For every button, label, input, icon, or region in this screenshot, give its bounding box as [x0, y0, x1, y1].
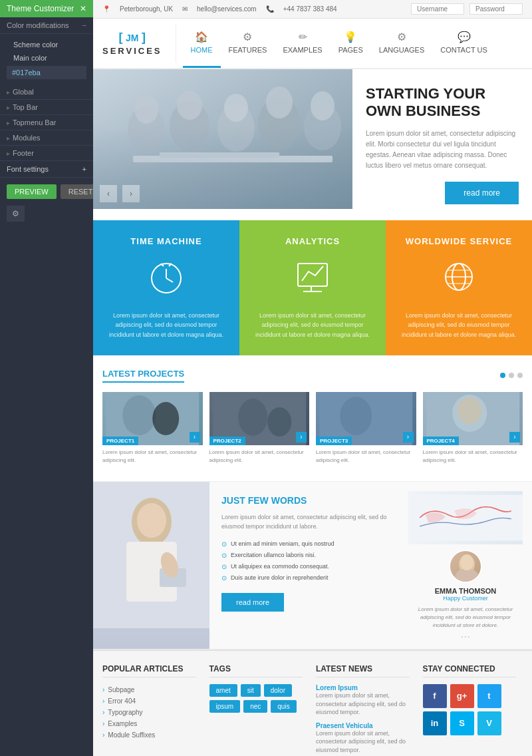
preview-button[interactable]: PREVIEW — [7, 184, 57, 199]
tag-0[interactable]: amet — [209, 684, 237, 697]
feature-title-0: TIME MACHINE — [104, 236, 229, 246]
footer-link-1[interactable]: Error 404 — [102, 695, 196, 707]
gear-button[interactable]: ⚙ — [7, 206, 25, 222]
top-bar-right — [411, 3, 523, 15]
tag-5[interactable]: quis — [271, 700, 296, 713]
nav-item-languages[interactable]: ⚙ LANGUAGES — [371, 19, 432, 68]
news-item-0: Lorem Ipsum Lorem ipsum dolor sit amet, … — [316, 684, 410, 717]
logo: [ JM ] SERVICES — [102, 24, 176, 63]
feature-box-analytics: ANALYTICS Lorem ipsum dolor sit amet, co… — [239, 220, 386, 355]
hero-prev-button[interactable]: ‹ — [100, 185, 117, 202]
nav-item-pages[interactable]: 💡 PAGES — [331, 19, 371, 68]
font-settings-section[interactable]: Font settings + — [0, 161, 93, 178]
sidebar-item-footer[interactable]: Footer — [0, 146, 93, 161]
words-content: JUST FEW WORDS Lorem ipsum dolor sit ame… — [209, 482, 399, 649]
footer-link-3[interactable]: Examples — [102, 718, 196, 729]
main-color-input[interactable] — [7, 66, 86, 79]
project-label-2: PROJECT2 — [209, 437, 245, 445]
sidebar-item-topmenu[interactable]: Topmenu Bar — [0, 115, 93, 130]
words-image — [93, 482, 209, 649]
tag-2[interactable]: dolor — [264, 684, 292, 697]
svg-point-2 — [134, 94, 158, 124]
username-input[interactable] — [411, 3, 464, 15]
svg-point-6 — [224, 94, 248, 122]
sidebar-item-topbar[interactable]: Top Bar — [0, 100, 93, 115]
top-bar: 📍 Peterborough, UK ✉ hello@services.com … — [93, 0, 532, 19]
tag-1[interactable]: sit — [241, 684, 261, 697]
color-modifications-section[interactable]: Color modifications − — [0, 17, 93, 34]
svg-point-8 — [266, 87, 293, 118]
googleplus-button[interactable]: g+ — [450, 684, 474, 708]
words-list-item-0: Ut enim ad minim veniam, quis nostrud — [221, 538, 387, 550]
feature-body-2: Lorem ipsum dolor sit amet, consectetur … — [396, 311, 521, 339]
sidebar-item-modules[interactable]: Modules — [0, 130, 93, 146]
project-arrow-4[interactable]: › — [509, 432, 520, 443]
sidebar-item-label: Footer — [13, 149, 34, 157]
project-text-1: Lorem ipsum dolor sit amet, consectetur … — [102, 445, 203, 468]
project-arrow-2[interactable]: › — [296, 432, 307, 443]
project-image-3: PROJECT3 › — [316, 392, 416, 445]
nav-item-contact[interactable]: 💬 CONTACT US — [432, 19, 495, 68]
projects-section: LATEST PROJECTS PROJECT1 — [93, 355, 532, 481]
nav-label-contact: CONTACT US — [440, 46, 487, 54]
words-list-item-1: Exercitation ullamco laboris nisi. — [221, 550, 387, 561]
languages-icon: ⚙ — [397, 31, 406, 43]
project-label-3: PROJECT3 — [316, 437, 352, 445]
news-link-0[interactable]: Lorem Ipsum — [316, 684, 410, 691]
words-read-more-button[interactable]: read more — [221, 593, 284, 612]
facebook-button[interactable]: f — [423, 684, 447, 708]
feature-box-time-machine: TIME MACHINE Lorem ipsum dolor sit amet,… — [93, 220, 239, 355]
news-link-1[interactable]: Praesent Vehicula — [316, 722, 410, 729]
main-color-label: Main color — [7, 51, 86, 65]
email-icon: ✉ — [182, 5, 188, 13]
location-icon: 📍 — [102, 5, 110, 13]
main-content: 📍 Peterborough, UK ✉ hello@services.com … — [93, 0, 532, 756]
nav-item-features[interactable]: ⚙ FEATURES — [221, 19, 275, 68]
logo-bracket-open: [ — [119, 31, 123, 44]
sidebar-item-global[interactable]: Global — [0, 85, 93, 100]
nav-item-examples[interactable]: ✏ EXAMPLES — [275, 19, 330, 68]
svg-rect-12 — [160, 152, 279, 158]
footer-col-tags: TAGS amet sit dolor ipsum nec quis — [203, 664, 310, 756]
footer-link-2[interactable]: Typography — [102, 707, 196, 718]
projects-grid: PROJECT1 › Lorem ipsum dolor sit amet, c… — [102, 392, 523, 468]
reset-button[interactable]: RESET — [61, 184, 93, 199]
hero-read-more-button[interactable]: read more — [445, 182, 519, 204]
project-arrow-3[interactable]: › — [403, 432, 414, 443]
tag-4[interactable]: nec — [243, 700, 267, 713]
svg-point-27 — [122, 395, 156, 435]
project-label-1: PROJECT1 — [102, 437, 138, 445]
project-card-3: PROJECT3 › Lorem ipsum dolor sit amet, c… — [316, 392, 416, 468]
navigation: [ JM ] SERVICES 🏠 HOME ⚙ FEATURES ✏ EXAM… — [93, 19, 532, 69]
project-arrow-1[interactable]: › — [190, 432, 200, 443]
twitter-button[interactable]: t — [477, 684, 501, 708]
dot-2 — [509, 373, 514, 378]
nav-item-home[interactable]: 🏠 HOME — [183, 19, 221, 68]
linkedin-button[interactable]: in — [423, 711, 447, 735]
font-settings-expand-icon[interactable]: + — [82, 165, 86, 173]
project-card-2: PROJECT2 › Lorem ipsum dolor sit amet, c… — [209, 392, 310, 468]
hero-next-button[interactable]: › — [122, 185, 140, 202]
hero-section: ‹ › STARTING YOUR OWN BUSINESS Lorem ips… — [93, 69, 532, 220]
sidebar-item-label: Global — [13, 88, 34, 96]
hero-text: STARTING YOUR OWN BUSINESS Lorem ipsum d… — [352, 69, 532, 220]
svg-line-15 — [166, 278, 173, 282]
logo-services-text: SERVICES — [102, 46, 162, 56]
sidebar-title: Theme Customizer — [7, 4, 74, 13]
svg-point-33 — [340, 397, 372, 435]
sidebar-actions: PREVIEW RESET — [0, 178, 93, 206]
popular-articles-title: POPULAR ARTICLES — [102, 664, 196, 677]
words-section: JUST FEW WORDS Lorem ipsum dolor sit ame… — [93, 481, 532, 650]
password-input[interactable] — [469, 3, 523, 15]
svg-point-40 — [137, 503, 166, 538]
close-icon[interactable]: ✕ — [80, 4, 86, 13]
skype-button[interactable]: S — [450, 711, 474, 735]
testimonial-text: Lorem ipsum dolor sit amet, consectetur … — [408, 606, 523, 630]
stay-connected-title: STAY CONNECTED — [423, 664, 517, 677]
tag-3[interactable]: ipsum — [209, 700, 241, 713]
footer-link-0[interactable]: Subpage — [102, 684, 196, 695]
footer-link-4[interactable]: Module Suffixes — [102, 729, 196, 741]
project-image-1: PROJECT1 › — [102, 392, 203, 445]
footer-col-social: STAY CONNECTED f g+ t in S V — [416, 664, 523, 756]
vimeo-button[interactable]: V — [477, 711, 501, 735]
